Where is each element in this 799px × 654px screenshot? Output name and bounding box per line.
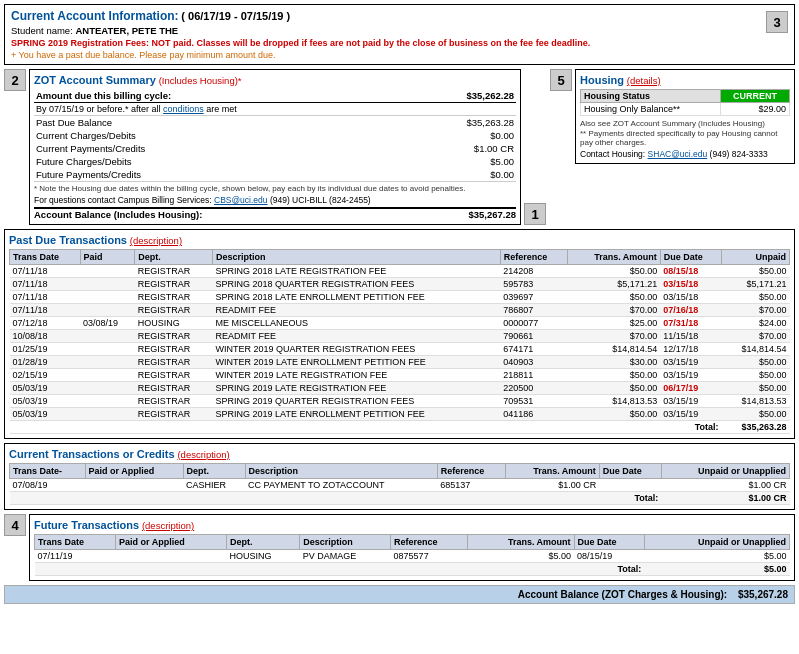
current-tx-title: Current Transactions or Credits (descrip… (9, 448, 790, 460)
current-tx-desc-link[interactable]: (description) (177, 449, 229, 460)
warning-red: SPRING 2019 Registration Fees: NOT paid.… (11, 38, 788, 48)
zot-section: 2 ZOT Account Summary (Includes Housing)… (4, 69, 546, 225)
current-tx-table: Trans Date- Paid or Applied Dept. Descri… (9, 463, 790, 505)
col-description: Description (300, 535, 391, 550)
current-payments-row: Current Payments/Credits $1.00 CR (34, 142, 516, 155)
warning-orange: + You have a past due balance. Please pa… (11, 50, 788, 60)
past-due-row: 07/11/18 REGISTRAR SPRING 2018 LATE ENRO… (10, 291, 790, 304)
col-dept: Dept. (135, 250, 213, 265)
current-tx-row: 07/08/19 CASHIER CC PAYMENT TO ZOTACCOUN… (10, 479, 790, 492)
past-due-header: Trans Date Paid Dept. Description Refere… (10, 250, 790, 265)
housing-email-link[interactable]: SHAC@uci.edu (648, 149, 708, 159)
housing-table: Housing Status CURRENT Housing Only Bala… (580, 89, 790, 116)
current-charges-row: Current Charges/Debits $0.00 (34, 129, 516, 142)
zot-total-row: Account Balance (Includes Housing): $35,… (34, 208, 516, 220)
current-tx-box: Current Transactions or Credits (descrip… (4, 443, 795, 510)
future-tx-desc-link[interactable]: (description) (142, 520, 194, 531)
summary-housing-row: 2 ZOT Account Summary (Includes Housing)… (4, 69, 795, 225)
past-due-row: 10/08/18 REGISTRAR READMIT FEE 790661 $7… (10, 330, 790, 343)
conditions-link[interactable]: conditions (163, 104, 204, 114)
housing-note1: Also see ZOT Account Summary (Includes H… (580, 119, 790, 128)
future-tx-section: 4 Future Transactions (description) Tran… (4, 514, 795, 581)
col-trans-amount: Trans. Amount (568, 250, 661, 265)
col-dept: Dept. (183, 464, 245, 479)
col-trans-date: Trans Date- (10, 464, 86, 479)
current-tx-total-row: Total: $1.00 CR (10, 492, 790, 505)
future-tx-total-row: Total: $5.00 (35, 563, 790, 576)
past-due-row: 05/03/19 REGISTRAR SPRING 2019 QUARTER R… (10, 395, 790, 408)
past-due-row: 07/11/18 REGISTRAR SPRING 2018 QUARTER R… (10, 278, 790, 291)
header-box: Current Account Information: ( 06/17/19 … (4, 4, 795, 65)
past-due-title: Past Due Transactions (description) (9, 234, 790, 246)
zot-contact: For questions contact Campus Billing Ser… (34, 195, 516, 205)
student-name-row: Student name: ANTEATER, PETE THE (11, 25, 788, 36)
past-due-balance-row: Past Due Balance $35,263.28 (34, 116, 516, 130)
badge-1: 1 (524, 203, 546, 225)
past-due-total-row: Total: $35,263.28 (10, 421, 790, 434)
col-due-date: Due Date (660, 250, 721, 265)
col-trans-amount: Trans. Amount (505, 464, 599, 479)
past-due-desc-link[interactable]: (description) (130, 235, 182, 246)
col-trans-date: Trans Date (35, 535, 116, 550)
col-unpaid-unapplied: Unpaid or Unapplied (644, 535, 789, 550)
future-tx-header: Trans Date Paid or Applied Dept. Descrip… (35, 535, 790, 550)
zot-title: ZOT Account Summary (Includes Housing)* (34, 74, 516, 86)
zot-table: Amount due this billing cycle: $35,262.2… (34, 89, 516, 182)
col-paid-applied: Paid or Applied (115, 535, 226, 550)
housing-title: Housing (details) (580, 74, 790, 86)
past-due-row: 02/15/19 REGISTRAR WINTER 2019 LATE REGI… (10, 369, 790, 382)
col-dept: Dept. (226, 535, 299, 550)
past-due-row: 01/25/19 REGISTRAR WINTER 2019 QUARTER R… (10, 343, 790, 356)
current-tx-header: Trans Date- Paid or Applied Dept. Descri… (10, 464, 790, 479)
page: Current Account Information: ( 06/17/19 … (0, 0, 799, 608)
future-tx-box: Future Transactions (description) Trans … (29, 514, 795, 581)
col-paid-applied: Paid or Applied (85, 464, 183, 479)
col-reference: Reference (391, 535, 468, 550)
badge-2: 2 (4, 69, 26, 91)
housing-contact: Contact Housing: SHAC@uci.edu (949) 824-… (580, 149, 790, 159)
contact-email-link[interactable]: CBS@uci.edu (214, 195, 268, 205)
past-due-row: 07/11/18 REGISTRAR SPRING 2018 LATE REGI… (10, 265, 790, 278)
past-due-row: 01/28/19 REGISTRAR WINTER 2019 LATE ENRO… (10, 356, 790, 369)
housing-status-row: Housing Status CURRENT (581, 90, 790, 103)
housing-box: Housing (details) Housing Status CURRENT… (575, 69, 795, 164)
future-payments-row: Future Payments/Credits $0.00 (34, 168, 516, 182)
future-tx-title: Future Transactions (description) (34, 519, 790, 531)
future-charges-row: Future Charges/Debits $5.00 (34, 155, 516, 168)
zot-total-table: Account Balance (Includes Housing): $35,… (34, 207, 516, 220)
zot-box: ZOT Account Summary (Includes Housing)* … (29, 69, 521, 225)
header-title: Current Account Information: ( 06/17/19 … (11, 9, 788, 23)
col-unpaid: Unpaid (722, 250, 790, 265)
housing-balance-row: Housing Only Balance** $29.00 (581, 103, 790, 116)
col-description: Description (213, 250, 501, 265)
by-date-row: By 07/15/19 or before.* after all condit… (34, 103, 516, 116)
housing-details-link[interactable]: (details) (627, 75, 661, 86)
past-due-row: 07/12/18 03/08/19 HOUSING ME MISCELLANEO… (10, 317, 790, 330)
col-trans-date: Trans Date (10, 250, 81, 265)
badge-4: 4 (4, 514, 26, 536)
future-tx-row: 07/11/19 HOUSING PV DAMAGE 0875577 $5.00… (35, 550, 790, 563)
col-reference: Reference (437, 464, 505, 479)
account-balance-footer: Account Balance (ZOT Charges & Housing):… (4, 585, 795, 604)
past-due-box: Past Due Transactions (description) Tran… (4, 229, 795, 439)
zot-note: * Note the Housing due dates within the … (34, 184, 516, 193)
col-unpaid-unapplied: Unpaid or Unapplied (661, 464, 789, 479)
badge-5: 5 (550, 69, 572, 91)
housing-section: 5 Housing (details) Housing Status CURRE… (550, 69, 795, 225)
col-trans-amount: Trans. Amount (468, 535, 574, 550)
badge-3: 3 (766, 11, 788, 33)
past-due-row: 05/03/19 REGISTRAR SPRING 2019 LATE ENRO… (10, 408, 790, 421)
past-due-table: Trans Date Paid Dept. Description Refere… (9, 249, 790, 434)
billing-cycle-row: Amount due this billing cycle: $35,262.2… (34, 89, 516, 103)
past-due-row: 05/03/19 REGISTRAR SPRING 2019 LATE REGI… (10, 382, 790, 395)
future-tx-table: Trans Date Paid or Applied Dept. Descrip… (34, 534, 790, 576)
col-description: Description (245, 464, 437, 479)
col-paid: Paid (80, 250, 135, 265)
past-due-row: 07/11/18 REGISTRAR READMIT FEE 786807 $7… (10, 304, 790, 317)
col-due-date: Due Date (574, 535, 644, 550)
col-due-date: Due Date (599, 464, 661, 479)
housing-note2: ** Payments directed specifically to pay… (580, 129, 790, 147)
col-reference: Reference (500, 250, 567, 265)
